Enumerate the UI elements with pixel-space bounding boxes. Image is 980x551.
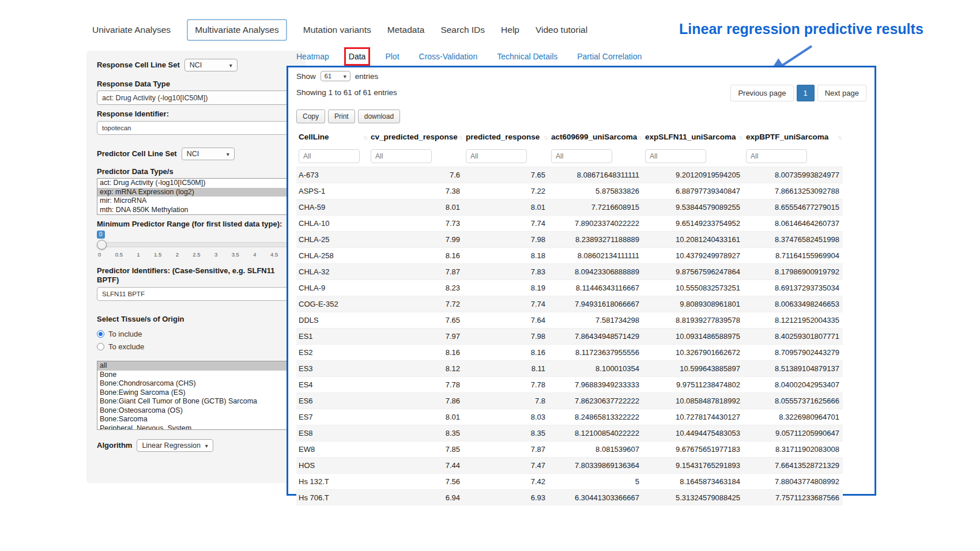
table-row[interactable]: A-6737.67.658.086716483111119.2012091959… <box>296 167 843 183</box>
table-row[interactable]: ES47.787.787.968839492333339.97511238474… <box>296 377 843 393</box>
radio-to-exclude[interactable]: To exclude <box>97 340 295 353</box>
download-button[interactable]: download <box>358 110 400 123</box>
cell: EW8 <box>296 441 368 458</box>
cell: 7.78 <box>463 377 549 393</box>
option-mth-dna-850k-methylation[interactable]: mth: DNA 850K Methylation <box>97 206 295 215</box>
table-row[interactable]: ES67.867.87.8623063772222210.08584878189… <box>296 393 843 409</box>
show-entries-prefix: Show <box>296 72 316 81</box>
cell: ES8 <box>296 425 368 441</box>
option-exp-mrna-expression-log2[interactable]: exp: mRNA Expression (log2) <box>97 188 295 197</box>
column-header-cv-predicted-response[interactable]: cv_predicted_response↑↓ <box>368 128 463 146</box>
sort-icon[interactable]: ↑↓ <box>738 134 742 141</box>
column-header-expbptf-unisarcoma[interactable]: expBPTF_uniSarcoma↑↓ <box>744 128 843 146</box>
tab-cross-validation[interactable]: Cross-Validation <box>419 52 478 61</box>
predictor-data-type-list[interactable]: act: Drug Activity (-log10[IC50M])exp: m… <box>97 178 295 215</box>
table-row[interactable]: ES28.168.168.1172363795555610.3267901662… <box>296 345 843 361</box>
sort-icon[interactable]: ↑↓ <box>638 134 641 141</box>
table-row[interactable]: Hs 706.T6.946.936.304413033666675.313245… <box>296 490 843 506</box>
page-number-button[interactable]: 1 <box>797 85 815 101</box>
option-peripheral-nervous-system[interactable]: Peripheral_Nervous_System <box>97 424 295 431</box>
radio-to-include[interactable]: To include <box>97 327 295 340</box>
column-filter-input[interactable] <box>299 149 360 163</box>
option-all[interactable]: all <box>97 361 295 371</box>
table-row[interactable]: DDLS7.657.647.5817342988.819392778395788… <box>296 312 843 329</box>
previous-page-button[interactable]: Previous page <box>730 85 793 101</box>
nav-item-univariate-analyses[interactable]: Univariate Analyses <box>92 25 171 35</box>
option-bone-ewing-sarcoma-es[interactable]: Bone:Ewing Sarcoma (ES) <box>97 388 295 398</box>
filter-cell <box>463 146 549 167</box>
column-filter-input[interactable] <box>645 149 706 163</box>
option-bone-chondrosarcoma-chs[interactable]: Bone:Chondrosarcoma (CHS) <box>97 379 295 388</box>
column-header-expslfn11-unisarcoma[interactable]: expSLFN11_uniSarcoma↑↓ <box>643 128 744 146</box>
tab-heatmap[interactable]: Heatmap <box>296 52 329 61</box>
table-row[interactable]: CHLA-2588.168.188.0860213411111110.43792… <box>296 248 843 264</box>
tissue-list[interactable]: allBoneBone:Chondrosarcoma (CHS)Bone:Ewi… <box>97 361 295 430</box>
slider-handle[interactable] <box>97 240 107 250</box>
slider-tick-label: 2.5 <box>193 251 200 258</box>
column-filter-input[interactable] <box>551 149 612 163</box>
table-row[interactable]: EW87.857.878.0815396079.676756519771838.… <box>296 441 843 458</box>
sort-icon[interactable]: ↑↓ <box>363 134 367 141</box>
cell: CHLA-32 <box>296 264 368 280</box>
tab-data[interactable]: Data <box>349 52 366 61</box>
sort-icon[interactable]: ↑↓ <box>838 134 841 141</box>
slider-tick-label: 3 <box>214 251 217 258</box>
column-filter-input[interactable] <box>371 149 432 163</box>
table-row[interactable]: ES17.977.987.8643494857142910.0931486588… <box>296 329 843 345</box>
algorithm-select[interactable]: Linear Regression ▾ <box>137 439 213 452</box>
min-predictor-range-slider[interactable]: 0 5 00.511.522.533.544.55 <box>97 231 295 261</box>
table-row[interactable]: ES78.018.038.2486581332222210.7278174430… <box>296 409 843 425</box>
cell: 8.06146464260737 <box>744 216 843 232</box>
response-data-type-select[interactable]: act: Drug Activity (-log10[IC50M]) ▾ <box>97 90 295 105</box>
response-cell-line-set-select[interactable]: NCI ▾ <box>184 59 238 71</box>
column-filter-input[interactable] <box>466 149 527 163</box>
option-bone[interactable]: Bone <box>97 371 295 380</box>
show-entries-select[interactable]: 61 ▾ <box>321 71 350 81</box>
column-header-act609699-unisarcoma[interactable]: act609699_uniSarcoma↑↓ <box>549 128 643 146</box>
slider-track[interactable] <box>97 242 295 247</box>
table-row[interactable]: CHA-598.018.017.72166089159.538445790892… <box>296 199 843 216</box>
next-page-button[interactable]: Next page <box>817 85 866 101</box>
column-header-predicted-response[interactable]: predicted_response↑↓ <box>463 128 549 146</box>
column-header-cellline[interactable]: CellLine↑↓ <box>296 128 368 146</box>
option-bone-giant-cell-tumor-of-bone-gctb-sarcoma[interactable]: Bone:Giant Cell Tumor of Bone (GCTB) Sar… <box>97 397 295 406</box>
tab-plot[interactable]: Plot <box>385 52 399 61</box>
option-act-drug-activity-log10-ic50m[interactable]: act: Drug Activity (-log10[IC50M]) <box>97 179 295 188</box>
radio-icon <box>97 330 104 338</box>
response-identifier-input[interactable] <box>97 121 295 135</box>
cell: 8.35 <box>463 425 549 441</box>
predictor-identifiers-input[interactable] <box>97 287 295 301</box>
table-row[interactable]: CHLA-107.737.747.890233740222229.6514923… <box>296 216 843 232</box>
option-bone-osteosarcoma-os[interactable]: Bone:Osteosarcoma (OS) <box>97 406 295 416</box>
nav-item-search-ids[interactable]: Search IDs <box>440 25 485 35</box>
nav-item-mutation-variants[interactable]: Mutation variants <box>303 25 371 35</box>
cell: 8.51389104879137 <box>744 361 843 377</box>
tab-technical-details[interactable]: Technical Details <box>497 52 557 61</box>
radio-label: To include <box>108 330 142 338</box>
table-row[interactable]: CHLA-257.997.988.2389327118888910.208124… <box>296 232 843 248</box>
table-row[interactable]: COG-E-3527.727.747.949316180666679.80893… <box>296 296 843 312</box>
table-row[interactable]: Hs 132.T7.567.4258.16458734631847.880437… <box>296 474 843 490</box>
predictor-cell-line-set-select[interactable]: NCI ▾ <box>182 148 235 160</box>
table-row[interactable]: CHLA-327.877.838.094233068888899.8756759… <box>296 264 843 280</box>
nav-item-help[interactable]: Help <box>501 25 519 35</box>
nav-item-multivariate-analyses[interactable]: Multivariate Analyses <box>187 19 287 41</box>
response-cell-line-set-value: NCI <box>190 61 202 69</box>
cell: 7.65 <box>368 312 463 329</box>
print-button[interactable]: Print <box>328 110 355 123</box>
sort-icon[interactable]: ↑↓ <box>458 134 462 141</box>
table-row[interactable]: ES38.128.118.10001035410.5996438858978.5… <box>296 361 843 377</box>
table-row[interactable]: ASPS-17.387.225.8758338266.8879773934084… <box>296 183 843 199</box>
table-row[interactable]: ES88.358.358.1210085402222210.4494475483… <box>296 425 843 441</box>
table-row[interactable]: HOS7.447.477.803398691363649.15431765291… <box>296 458 843 474</box>
option-bone-sarcoma[interactable]: Bone:Sarcoma <box>97 415 295 424</box>
column-filter-input[interactable] <box>746 149 807 163</box>
sort-icon[interactable]: ↑↓ <box>544 134 547 141</box>
option-mir-microrna[interactable]: mir: MicroRNA <box>97 197 295 206</box>
nav-item-video-tutorial[interactable]: Video tutorial <box>536 25 587 35</box>
cell: 8.31711902083008 <box>744 441 843 458</box>
table-row[interactable]: CHLA-98.238.198.1144634311666710.5550832… <box>296 280 843 296</box>
tab-partial-correlation[interactable]: Partial Correlation <box>577 52 642 61</box>
copy-button[interactable]: Copy <box>296 110 325 123</box>
nav-item-metadata[interactable]: Metadata <box>387 25 425 35</box>
